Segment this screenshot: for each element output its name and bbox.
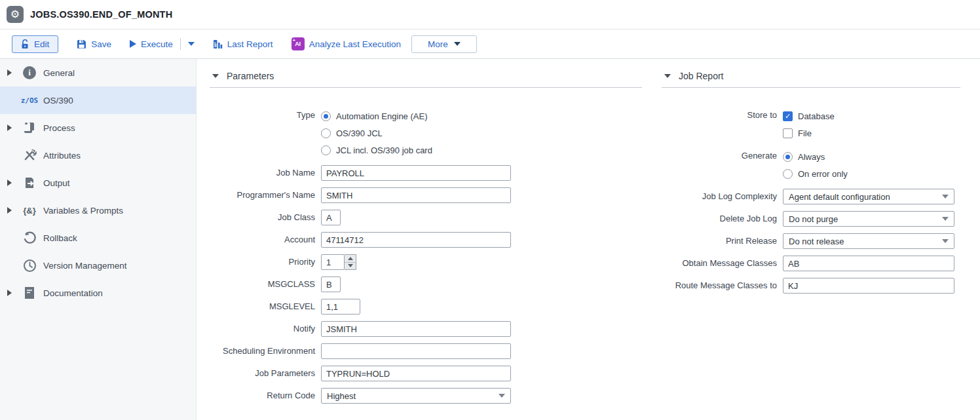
parameters-row-msgclass: MSGCLASS [210, 277, 642, 292]
expand-arrow-icon[interactable] [7, 69, 12, 76]
generate-label: Generate [662, 148, 783, 164]
sidebar-item-version-management[interactable]: Version Management [0, 252, 196, 279]
expand-arrow-icon[interactable] [7, 290, 12, 296]
radio-always[interactable]: Always [783, 148, 848, 165]
ai-icon: + AI [292, 37, 305, 50]
delete-job-log-select[interactable]: Do not purge [783, 211, 954, 227]
job-report-row-job-log-complexity: Job Log ComplexityAgent default configur… [662, 189, 960, 204]
parameters-row-programmer-s-name: Programmer's Name [210, 187, 642, 203]
scheduling-environment-input[interactable] [321, 343, 511, 359]
section-title: Job Report [679, 71, 723, 81]
priority-label: Priority [210, 254, 321, 270]
option-label: File [798, 128, 812, 138]
radio-button-icon[interactable] [321, 128, 331, 138]
checkbox-icon[interactable] [783, 128, 793, 138]
route-message-classes-to-input[interactable] [783, 278, 954, 294]
lock-open-icon [21, 39, 29, 49]
checkbox-database[interactable]: ✓Database [783, 107, 835, 124]
analyze-last-execution-button[interactable]: + AI Analyze Last Execution [292, 37, 401, 50]
output-icon [21, 176, 38, 189]
sidebar-item-general[interactable]: iGeneral [0, 59, 196, 86]
document-icon [21, 286, 38, 299]
job-report-row-delete-job-log: Delete Job LogDo not purge [662, 211, 960, 227]
print-release-select[interactable]: Do not release [783, 233, 954, 249]
programmer-s-name-input[interactable] [321, 187, 511, 203]
job-report-section-header[interactable]: Job Report [662, 71, 960, 88]
expand-arrow-icon[interactable] [7, 180, 12, 186]
job-name-input[interactable] [321, 165, 511, 181]
parameters-row-priority: Priority [210, 254, 642, 270]
execute-options-caret-icon[interactable] [188, 42, 195, 46]
expand-arrow-icon[interactable] [7, 124, 12, 131]
stepper-down-icon[interactable] [345, 263, 356, 270]
edit-button[interactable]: Edit [12, 35, 58, 53]
script-icon [21, 121, 38, 134]
sidebar-item-label: Output [43, 178, 70, 188]
sidebar-item-label: Variables & Prompts [43, 206, 123, 216]
selected-value: Highest [327, 391, 499, 401]
sidebar-item-process[interactable]: Process [0, 114, 196, 142]
execute-button[interactable]: Execute [130, 39, 173, 49]
msglevel-input[interactable] [321, 299, 360, 315]
account-label: Account [210, 232, 321, 248]
parameters-row-notify: Notify [210, 321, 642, 337]
job-log-complexity-select[interactable]: Agent default configuration [783, 189, 954, 204]
sidebar-item-output[interactable]: Output [0, 169, 196, 197]
radio-jcl-incl-os-390-job-card[interactable]: JCL incl. OS/390 job card [321, 142, 432, 159]
job-report-form: Store to✓DatabaseFileGenerateAlwaysOn er… [662, 88, 960, 294]
obtain-message-classes-input[interactable] [783, 256, 954, 271]
option-label: Automation Engine (AE) [336, 111, 427, 121]
priority-stepper[interactable] [345, 254, 356, 270]
sidebar-item-label: Documentation [43, 288, 103, 298]
parameters-row-return-code: Return CodeHighest [210, 388, 642, 404]
parameters-section-header[interactable]: Parameters [210, 71, 642, 88]
radio-button-icon[interactable] [783, 169, 793, 179]
return-code-select[interactable]: Highest [321, 388, 511, 404]
collapse-triangle-icon [212, 74, 219, 78]
notify-input[interactable] [321, 321, 511, 337]
job-report-row-print-release: Print ReleaseDo not release [662, 233, 960, 249]
checkbox-file[interactable]: File [783, 124, 835, 142]
store-to-label: Store to [662, 107, 783, 123]
print-release-label: Print Release [662, 233, 783, 249]
save-button[interactable]: Save [77, 39, 111, 49]
sidebar-item-variables-prompts[interactable]: {&}Variables & Prompts [0, 197, 196, 224]
account-input[interactable] [321, 232, 511, 248]
priority-input[interactable] [321, 254, 345, 270]
job-report-row-generate: GenerateAlwaysOn error only [662, 148, 960, 182]
parameters-row-msglevel: MSGLEVEL [210, 299, 642, 315]
toolbar: Edit Save Execute Last Report + AI Analy… [0, 29, 980, 59]
radio-button-icon[interactable] [783, 152, 793, 162]
radio-button-icon[interactable] [321, 111, 331, 121]
radio-on-error-only[interactable]: On error only [783, 165, 848, 182]
job-parameters-input[interactable] [321, 366, 511, 381]
return-code-label: Return Code [210, 388, 321, 404]
expand-arrow-icon[interactable] [7, 207, 12, 214]
radio-button-icon[interactable] [321, 145, 331, 155]
job-class-input[interactable] [321, 210, 341, 225]
selected-value: Agent default configuration [789, 192, 942, 202]
option-label: Always [798, 152, 825, 162]
checkbox-icon[interactable]: ✓ [783, 111, 793, 121]
radio-os-390-jcl[interactable]: OS/390 JCL [321, 124, 432, 142]
last-report-button[interactable]: Last Report [213, 39, 273, 49]
collapse-triangle-icon [664, 74, 671, 78]
sidebar-item-os-390[interactable]: z/OSOS/390 [0, 86, 196, 114]
job-log-complexity-label: Job Log Complexity [662, 189, 783, 204]
stepper-up-icon[interactable] [345, 255, 356, 263]
msglevel-label: MSGLEVEL [210, 299, 321, 315]
radio-automation-engine-ae[interactable]: Automation Engine (AE) [321, 107, 432, 124]
option-label: On error only [798, 169, 848, 179]
sidebar-item-label: Attributes [43, 151, 81, 161]
job-report-row-store-to: Store to✓DatabaseFile [662, 107, 960, 142]
more-button[interactable]: More [411, 35, 477, 53]
sidebar-item-rollback[interactable]: Rollback [0, 224, 196, 252]
parameters-row-job-name: Job Name [210, 165, 642, 181]
chevron-down-icon [942, 217, 949, 221]
programmer-s-name-label: Programmer's Name [210, 187, 321, 203]
sidebar-item-attributes[interactable]: Attributes [0, 142, 196, 169]
save-floppy-icon [77, 39, 86, 49]
obtain-message-classes-label: Obtain Message Classes [662, 256, 783, 271]
msgclass-input[interactable] [321, 277, 341, 292]
sidebar-item-documentation[interactable]: Documentation [0, 279, 196, 307]
